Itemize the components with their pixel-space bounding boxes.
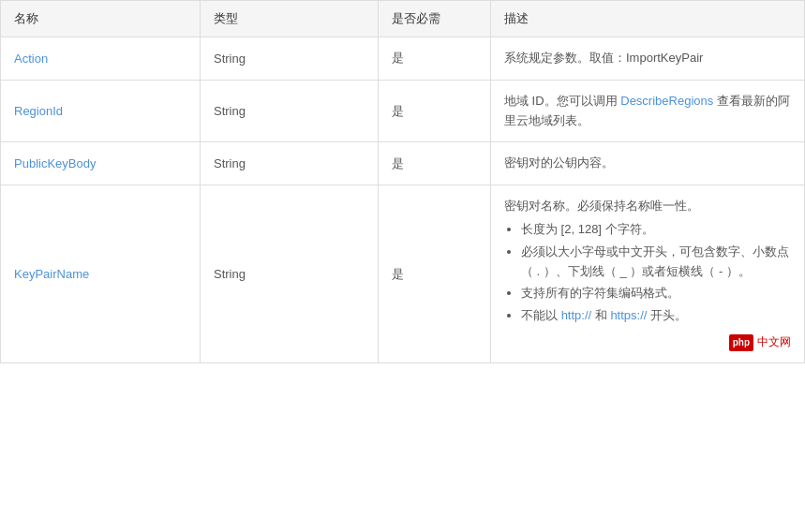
row-publickeybody-name: PublicKeyBody: [1, 142, 201, 185]
row-action-type: String: [201, 37, 379, 81]
row-regionid-required: 是: [379, 80, 491, 142]
http-link[interactable]: http://: [561, 308, 592, 322]
regionid-desc-before-link: 地域 ID。您可以调用: [504, 94, 618, 108]
header-required: 是否必需: [379, 1, 491, 37]
php-brand-badge: php 中文网: [504, 333, 791, 351]
header-description: 描述: [491, 1, 805, 37]
keypairname-desc-intro: 密钥对名称。必须保持名称唯一性。: [504, 197, 791, 216]
row-action-name: Action: [1, 37, 201, 81]
list-item: 必须以大小字母或中文开头，可包含数字、小数点（ . ）、下划线（ _ ）或者短横…: [521, 243, 791, 282]
list-item: 不能以 http:// 和 https:// 开头。: [521, 306, 791, 326]
row-keypairname-type: String: [201, 185, 379, 363]
list-item: 支持所有的字符集编码格式。: [521, 284, 791, 303]
row-publickeybody-desc: 密钥对的公钥内容。: [491, 142, 805, 185]
table-row: Action String 是 系统规定参数。取值：ImportKeyPair: [1, 37, 805, 81]
keypairname-desc-list: 长度为 [2, 128] 个字符。 必须以大小字母或中文开头，可包含数字、小数点…: [521, 220, 791, 326]
brand-text: 中文网: [757, 333, 791, 351]
list-item: 长度为 [2, 128] 个字符。: [521, 220, 791, 240]
row-keypairname-required: 是: [379, 185, 491, 363]
row-keypairname-name: KeyPairName: [1, 185, 201, 363]
row-action-desc: 系统规定参数。取值：ImportKeyPair: [491, 37, 805, 81]
table-row: PublicKeyBody String 是 密钥对的公钥内容。: [1, 142, 805, 185]
row-action-required: 是: [379, 37, 491, 81]
describe-regions-link[interactable]: DescribeRegions: [620, 94, 713, 108]
table-row: RegionId String 是 地域 ID。您可以调用 DescribeRe…: [1, 80, 805, 142]
row-regionid-name: RegionId: [1, 80, 201, 142]
table-row: KeyPairName String 是 密钥对名称。必须保持名称唯一性。 长度…: [1, 185, 805, 363]
https-link[interactable]: https://: [610, 308, 647, 322]
publickeybody-desc-text: 密钥对的公钥内容。: [504, 155, 614, 170]
row-regionid-desc: 地域 ID。您可以调用 DescribeRegions 查看最新的阿里云地域列表…: [491, 80, 805, 142]
action-desc-text: 系统规定参数。取值：ImportKeyPair: [504, 51, 703, 65]
row-publickeybody-type: String: [201, 142, 379, 185]
row-keypairname-desc: 密钥对名称。必须保持名称唯一性。 长度为 [2, 128] 个字符。 必须以大小…: [491, 185, 805, 363]
header-type: 类型: [201, 1, 379, 37]
row-publickeybody-required: 是: [379, 142, 491, 185]
header-name: 名称: [1, 1, 201, 37]
params-table: 名称 类型 是否必需 描述 Action String 是 系统规定参数。取值：…: [0, 0, 805, 363]
row-regionid-type: String: [201, 80, 379, 142]
php-icon: php: [729, 334, 753, 351]
